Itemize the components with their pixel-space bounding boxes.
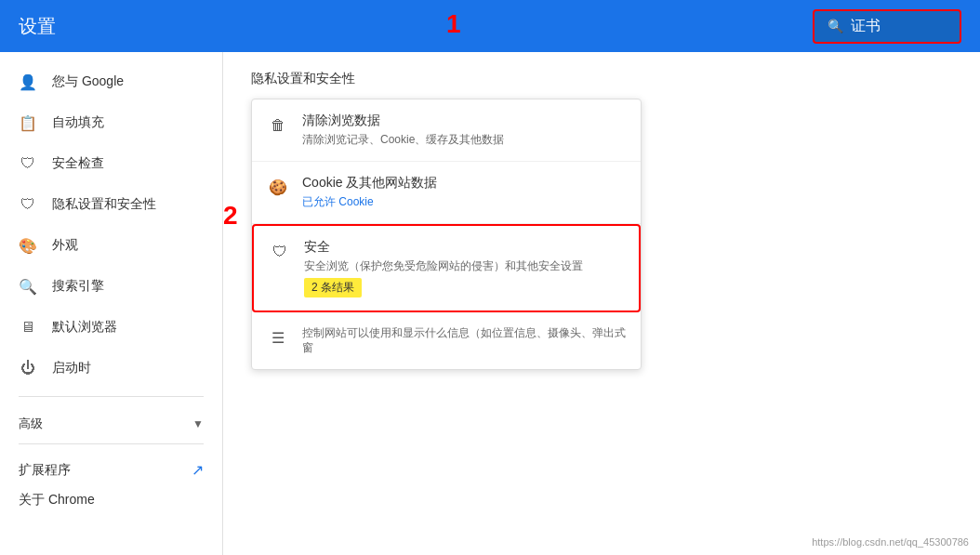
result-item-security[interactable]: 🛡 安全 安全浏览（保护您免受危险网站的侵害）和其他安全设置 2 条结果 — [254, 226, 639, 311]
section-title: 隐私设置和安全性 — [251, 71, 952, 87]
result-clear-desc: 清除浏览记录、Cookie、缓存及其他数据 — [302, 132, 626, 148]
sidebar-item-browser[interactable]: 🖥 默认浏览器 — [0, 307, 213, 348]
result-security-title: 安全 — [304, 239, 624, 256]
page-title: 设置 — [19, 14, 56, 39]
result-cookie-title: Cookie 及其他网站数据 — [302, 175, 626, 192]
step-label-2: 2 — [223, 201, 238, 231]
sidebar-label-safety: 安全检查 — [52, 155, 104, 172]
header: 设置 1 🔍 证书 — [0, 0, 980, 52]
sidebar-item-privacy[interactable]: 🛡 隐私设置和安全性 — [0, 184, 213, 225]
sidebar-label-google: 您与 Google — [52, 73, 124, 90]
trash-icon: 🗑 — [267, 114, 289, 137]
extensions-label[interactable]: 扩展程序 — [19, 462, 71, 479]
chevron-down-icon: ▼ — [192, 417, 204, 430]
person-icon: 👤 — [19, 73, 37, 91]
search-icon: 🔍 — [828, 19, 843, 33]
shield-icon: 🛡 — [269, 241, 291, 263]
about-label: 关于 Chrome — [19, 492, 95, 509]
divider-1 — [19, 396, 204, 397]
site-icon: ☰ — [267, 327, 289, 350]
advanced-section[interactable]: 高级 ▼ — [0, 404, 222, 436]
sidebar-item-appearance[interactable]: 🎨 外观 — [0, 225, 213, 266]
result-item-cookie[interactable]: 🍪 Cookie 及其他网站数据 已允许 Cookie — [252, 162, 641, 224]
privacy-icon: 🛡 — [19, 195, 37, 214]
sidebar-item-search[interactable]: 🔍 搜索引擎 — [0, 266, 213, 307]
sidebar-item-about[interactable]: 关于 Chrome — [0, 488, 213, 520]
security-highlight-box: 🛡 安全 安全浏览（保护您免受危险网站的侵害）和其他安全设置 2 条结果 — [252, 224, 641, 312]
watermark: https://blog.csdn.net/qq_45300786 — [812, 536, 969, 548]
safety-icon: 🛡 — [19, 154, 37, 173]
sidebar-label-search: 搜索引擎 — [52, 278, 104, 295]
search-value[interactable]: 证书 — [851, 17, 944, 36]
result-cookie-link: 已允许 Cookie — [302, 194, 626, 210]
external-link-icon[interactable]: ↗ — [192, 461, 204, 479]
sidebar-item-safety[interactable]: 🛡 安全检查 — [0, 143, 213, 184]
sidebar: 👤 您与 Google 📋 自动填充 🛡 安全检查 🛡 隐私设置和安全性 🎨 外… — [0, 52, 223, 555]
result-clear-content: 清除浏览数据 清除浏览记录、Cookie、缓存及其他数据 — [302, 112, 626, 148]
sidebar-label-privacy: 隐私设置和安全性 — [52, 196, 156, 213]
sidebar-item-autofill[interactable]: 📋 自动填充 — [0, 102, 213, 143]
search-engine-icon: 🔍 — [19, 277, 37, 296]
advanced-label: 高级 — [19, 416, 43, 432]
result-clear-title: 清除浏览数据 — [302, 112, 626, 129]
browser-icon: 🖥 — [19, 318, 37, 337]
result-security-content: 安全 安全浏览（保护您免受危险网站的侵害）和其他安全设置 2 条结果 — [304, 239, 624, 297]
content-area: 👤 您与 Google 📋 自动填充 🛡 安全检查 🛡 隐私设置和安全性 🎨 外… — [0, 52, 980, 555]
step-label-1: 1 — [446, 9, 461, 39]
result-site-content: 控制网站可以使用和显示什么信息（如位置信息、摄像头、弹出式窗 — [302, 325, 626, 357]
result-site-desc: 控制网站可以使用和显示什么信息（如位置信息、摄像头、弹出式窗 — [302, 325, 626, 357]
search-dropdown: 🗑 清除浏览数据 清除浏览记录、Cookie、缓存及其他数据 🍪 Cookie … — [251, 99, 642, 370]
sidebar-label-appearance: 外观 — [52, 237, 78, 254]
appearance-icon: 🎨 — [19, 236, 37, 255]
sidebar-label-autofill: 自动填充 — [52, 114, 104, 131]
sidebar-item-startup[interactable]: ⏻ 启动时 — [0, 348, 213, 389]
extensions-row: 扩展程序 ↗ — [0, 452, 222, 488]
autofill-icon: 📋 — [19, 113, 37, 132]
result-cookie-content: Cookie 及其他网站数据 已允许 Cookie — [302, 175, 626, 210]
result-item-clear[interactable]: 🗑 清除浏览数据 清除浏览记录、Cookie、缓存及其他数据 — [252, 99, 641, 162]
sidebar-label-browser: 默认浏览器 — [52, 319, 117, 336]
sidebar-item-google[interactable]: 👤 您与 Google — [0, 61, 213, 102]
startup-icon: ⏻ — [19, 359, 37, 377]
result-item-site[interactable]: ☰ 控制网站可以使用和显示什么信息（如位置信息、摄像头、弹出式窗 — [252, 312, 641, 370]
divider-2 — [19, 443, 204, 444]
result-tag: 2 条结果 — [304, 278, 362, 297]
cookie-icon: 🍪 — [267, 177, 289, 199]
main-panel: 2 隐私设置和安全性 🗑 清除浏览数据 清除浏览记录、Cookie、缓存及其他数… — [223, 52, 980, 555]
result-security-desc: 安全浏览（保护您免受危险网站的侵害）和其他安全设置 — [304, 258, 624, 274]
search-box[interactable]: 🔍 证书 — [813, 9, 961, 44]
sidebar-label-startup: 启动时 — [52, 360, 91, 377]
